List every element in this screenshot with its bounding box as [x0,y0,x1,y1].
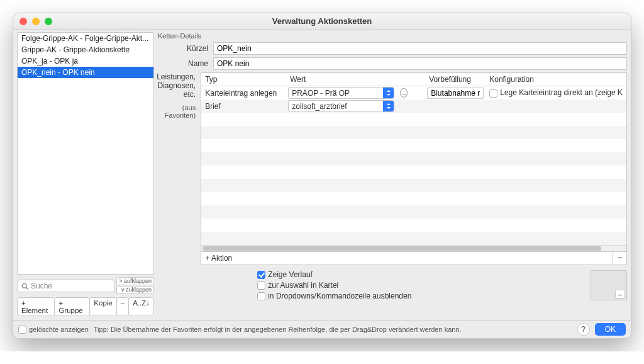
zur-auswahl-label: zur Auswahl in Kartei [268,281,338,290]
dropdown-arrow-icon [383,88,394,98]
kuerzel-label: Kürzel [157,44,208,53]
search-icon [21,283,28,290]
footer: gelöschte anzeigen Tipp: Die Übernahme d… [13,320,631,338]
scrollbar-thumb[interactable] [203,246,601,251]
sidebar: Folge-Grippe-AK - Folge-Grippe-Akt... Gr… [17,32,154,316]
list-item[interactable]: Folge-Grippe-AK - Folge-Grippe-Akt... [18,33,153,44]
cell-typ: Brief [201,100,286,113]
add-group-button[interactable]: + Gruppe [54,297,90,316]
name-input[interactable] [213,57,627,70]
svg-point-0 [22,283,26,288]
dropdown-arrow-icon [383,101,394,111]
ausblenden-label: in Dropdowns/Kommandozeile ausblenden [268,292,411,300]
search-placeholder: Suche [31,282,52,290]
vorbef-input[interactable] [427,88,484,99]
konfig-checkbox[interactable] [489,89,497,98]
svg-line-1 [26,287,28,289]
remove-action-button[interactable]: – [613,252,626,264]
cell-typ: Karteieintrag anlegen [201,87,286,100]
table-body: Karteieintrag anlegen PRÄOP - Prä OP – L… [201,86,626,245]
col-vorbef[interactable]: Vorbefüllung [425,73,486,86]
preview-box: – [591,270,627,300]
list-item[interactable]: OPK_ja - OPK ja [18,55,153,67]
titlebar: Verwaltung Aktionsketten [13,13,631,30]
content: Folge-Grippe-AK - Folge-Grippe-Akt... Gr… [13,30,631,320]
wert-dropdown[interactable]: zollsoft_arztbrief [288,100,394,112]
wert-dropdown[interactable]: PRÄOP - Prä OP [288,87,394,99]
zeige-verlauf-checkbox[interactable] [257,271,265,279]
sort-button[interactable]: A..Z↓ [128,297,154,316]
preview-minus-button[interactable]: – [615,290,625,299]
col-wert[interactable]: Wert [286,73,396,86]
konfig-text: Lege Karteieintrag direkt an (zeige K [500,88,623,97]
search-input[interactable]: Suche [17,280,115,292]
chain-list[interactable]: Folge-Grippe-AK - Folge-Grippe-Akt... Gr… [17,32,154,275]
zeige-verlauf-label: Zeige Verlauf [268,270,313,279]
remove-row-icon[interactable]: – [400,88,408,98]
geloeschte-checkbox[interactable] [18,326,26,334]
collapse-button[interactable]: v zuklappen [116,286,154,294]
leistungen-label: Leistungen, Diagnosen, etc. [157,72,196,99]
table-header: Typ Wert Vorbefüllung Konfiguration [201,73,626,86]
list-item-selected[interactable]: OPK_nein - OPK nein [18,67,153,78]
name-label: Name [157,59,208,68]
expand-button[interactable]: > aufklappen [116,277,154,285]
zur-auswahl-checkbox[interactable] [257,282,265,290]
add-action-button[interactable]: + Aktion [201,252,613,264]
list-item[interactable]: Grippe-AK - Grippe-Aktionskette [18,44,153,55]
table-scrollbar[interactable] [201,245,626,251]
table-row[interactable]: Brief zollsoft_arztbrief [201,100,626,113]
help-button[interactable]: ? [577,323,590,336]
actions-table: Typ Wert Vorbefüllung Konfiguration Kart… [201,72,627,252]
add-element-button[interactable]: + Element [17,297,55,316]
window: Verwaltung Aktionsketten Folge-Grippe-AK… [13,13,631,339]
footer-tip: Tipp: Die Übernahme der Favoriten erfolg… [94,326,572,333]
kuerzel-input[interactable] [213,42,627,55]
remove-button[interactable]: – [116,297,129,316]
window-title: Verwaltung Aktionsketten [13,16,631,26]
ausblenden-checkbox[interactable] [257,292,265,300]
table-row[interactable]: Karteieintrag anlegen PRÄOP - Prä OP – L… [201,86,626,100]
ok-button[interactable]: OK [595,323,626,336]
favoriten-label: (aus Favoriten) [157,104,196,119]
section-label: Ketten-Details [157,32,627,42]
col-konfig[interactable]: Konfiguration [486,73,626,86]
copy-button[interactable]: Kopie [89,297,116,316]
col-typ[interactable]: Typ [201,73,286,86]
geloeschte-label: gelöschte anzeigen [29,326,89,333]
detail-pane: Ketten-Details Kürzel Name Leistungen, D… [157,32,627,316]
